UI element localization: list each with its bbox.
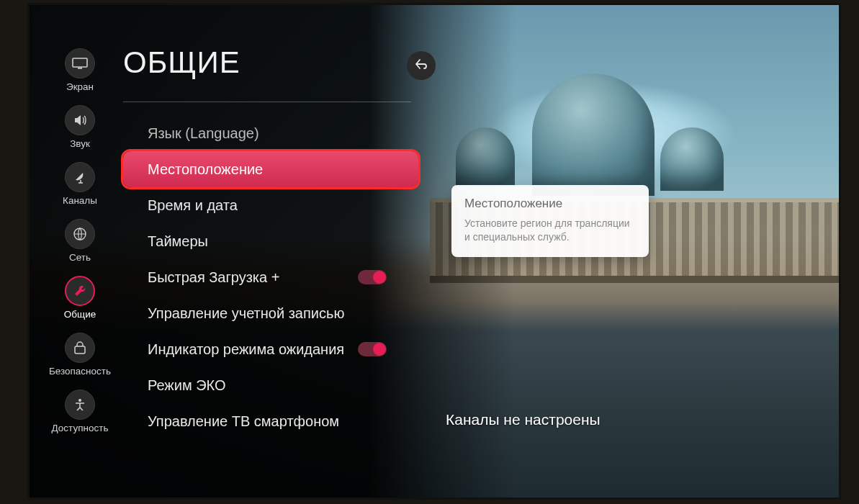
toggle-switch[interactable] (358, 342, 387, 356)
satellite-dish-icon (65, 162, 95, 192)
toggle-switch[interactable] (358, 270, 387, 284)
sidebar-item-general[interactable]: Общие (41, 276, 119, 320)
svg-point-4 (78, 399, 81, 402)
menu-item-label: Режим ЭКО (148, 377, 226, 394)
menu-item-datetime[interactable]: Время и дата (123, 187, 418, 223)
svg-rect-3 (75, 346, 85, 354)
menu-item-label: Быстрая Загрузка + (148, 269, 279, 286)
svg-rect-0 (73, 58, 87, 67)
menu-item-eco-mode[interactable]: Режим ЭКО (123, 367, 418, 403)
accessibility-icon (65, 390, 95, 420)
sidebar-item-label: Каналы (63, 195, 97, 206)
menu-item-label: Индикатор режима ожидания (148, 341, 344, 358)
info-tooltip: Местоположение Установите регион для тра… (451, 185, 649, 257)
sidebar-item-label: Доступность (52, 423, 109, 433)
tv-screen: Экран Звук Каналы Сеть Общие (27, 3, 841, 500)
toggle-knob (373, 343, 386, 356)
wrench-icon (65, 276, 95, 306)
svg-rect-1 (78, 68, 82, 69)
status-text: Каналы не настроены (446, 411, 601, 428)
divider (123, 102, 411, 102)
sidebar-item-label: Безопасность (49, 366, 111, 377)
sidebar-item-label: Звук (70, 138, 90, 149)
menu-item-account-mgmt[interactable]: Управление учетной записью (123, 295, 418, 331)
back-arrow-icon (415, 58, 428, 74)
back-button[interactable] (407, 51, 436, 80)
sidebar-item-sound[interactable]: Звук (41, 105, 119, 149)
speaker-icon (65, 105, 95, 135)
settings-sidebar: Экран Звук Каналы Сеть Общие (41, 48, 119, 433)
sidebar-item-label: Экран (66, 81, 94, 92)
menu-item-quick-start[interactable]: Быстрая Загрузка + (123, 259, 418, 295)
sidebar-item-label: Общие (64, 309, 96, 320)
menu-item-label: Управление учетной записью (148, 305, 344, 322)
settings-list: Язык (Language) Местоположение Время и д… (123, 115, 418, 439)
menu-item-mobile-tv-on[interactable]: Управление ТВ смартфоном (123, 403, 418, 439)
menu-item-label: Управление ТВ смартфоном (148, 413, 339, 430)
toggle-knob (373, 271, 386, 284)
menu-item-timers[interactable]: Таймеры (123, 223, 418, 259)
page-title: ОБЩИЕ (123, 45, 440, 80)
menu-item-standby-led[interactable]: Индикатор режима ожидания (123, 331, 418, 367)
lock-icon (65, 333, 95, 363)
menu-item-label: Время и дата (148, 197, 238, 214)
menu-item-label: Язык (Language) (148, 125, 259, 142)
info-tooltip-title: Местоположение (464, 197, 636, 211)
sidebar-item-label: Сеть (69, 252, 91, 263)
menu-item-label: Местоположение (148, 161, 263, 178)
display-icon (65, 48, 95, 78)
settings-panel: ОБЩИЕ Язык (Language) Местоположение Вре… (123, 45, 440, 498)
menu-item-label: Таймеры (148, 233, 208, 250)
menu-item-location[interactable]: Местоположение (123, 151, 418, 187)
menu-item-language[interactable]: Язык (Language) (123, 115, 418, 151)
sidebar-item-channels[interactable]: Каналы (41, 162, 119, 206)
globe-icon (65, 219, 95, 249)
sidebar-item-security[interactable]: Безопасность (41, 333, 119, 377)
info-tooltip-body: Установите регион для трансляции и специ… (464, 217, 636, 244)
sidebar-item-screen[interactable]: Экран (41, 48, 119, 92)
sidebar-item-network[interactable]: Сеть (41, 219, 119, 263)
sidebar-item-accessibility[interactable]: Доступность (41, 390, 119, 433)
